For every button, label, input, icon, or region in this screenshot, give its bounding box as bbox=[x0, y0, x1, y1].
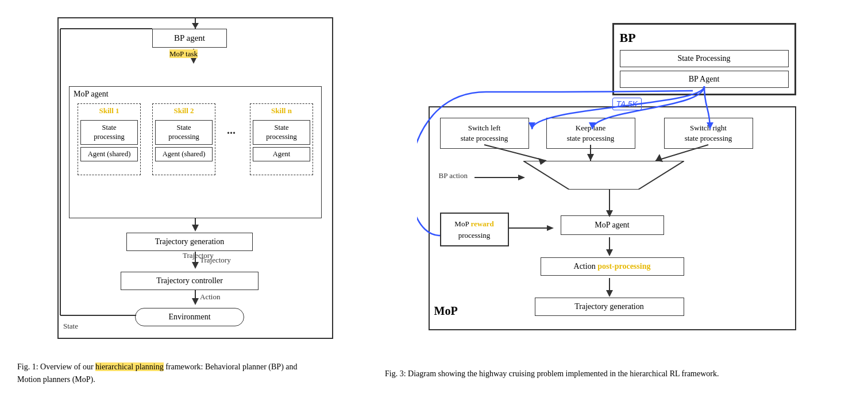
fig3-mop-agent-box: MoP agent bbox=[561, 215, 664, 235]
fig1-traj-ctrl-box: Trajectory controller bbox=[121, 272, 259, 290]
fig3-keep-lane-box: Keep lanestate processing bbox=[546, 118, 635, 149]
fig1-traj-gen-box: Trajectory generation bbox=[126, 233, 253, 251]
fig3-switch-right-box: Switch rightstate processing bbox=[664, 118, 753, 149]
fig1-state-proc-n: Stateprocessing bbox=[253, 120, 310, 145]
fig1-agent-n: Agent bbox=[253, 147, 310, 161]
fig1-arrow4 bbox=[190, 290, 201, 306]
fig1-skilln-box: Skill n Stateprocessing Agent bbox=[250, 103, 313, 175]
svg-marker-3 bbox=[192, 225, 199, 231]
fig3-mop-reward-box: MoP rewardprocessing bbox=[440, 213, 509, 246]
fig3-mop-label: MoP bbox=[434, 304, 458, 318]
fig1-bp-agent-box: BP agent bbox=[152, 29, 227, 48]
fig3-bp-agent-box: BP Agent bbox=[620, 71, 789, 88]
fig1-arrow3 bbox=[190, 252, 201, 270]
fig1-state-lbl: State bbox=[63, 322, 78, 331]
fig3-state-proc-box: State Processing bbox=[620, 50, 789, 67]
fig1-skill1-label: Skill 1 bbox=[78, 104, 140, 118]
svg-marker-5 bbox=[192, 262, 199, 269]
fig3-bp-label: BP bbox=[620, 30, 789, 45]
fig1-skill2-label: Skill 2 bbox=[153, 104, 215, 118]
fig1-skilln-label: Skill n bbox=[250, 104, 313, 118]
fig1-mop-task-label: MoP task bbox=[169, 49, 198, 59]
fig3-action-post-box: Action post-processing bbox=[541, 257, 684, 276]
fig1-mop-agent-label: MoP agent bbox=[74, 90, 109, 99]
fig1-action-lbl: Action bbox=[200, 292, 220, 302]
right-panel: BP State Processing BP Agent MoP TA 5K S… bbox=[379, 11, 857, 398]
fig1-agent-shared: Agent (shared) bbox=[80, 147, 138, 161]
fig3-traj-gen-box: Trajectory generation bbox=[535, 298, 684, 316]
fig3-switch-left-box: Switch leftstate processing bbox=[440, 118, 529, 149]
fig3-ta5k-label: TA 5K bbox=[612, 98, 642, 110]
fig1-traj-lbl: Trajectory bbox=[200, 256, 231, 265]
fig1-skill2-box: Skill 2 Stateprocessing Agent (shared) bbox=[152, 103, 215, 175]
fig1-state-proc-1: Stateprocessing bbox=[80, 120, 138, 145]
fig3-wrapper: BP State Processing BP Agent MoP TA 5K S… bbox=[417, 17, 819, 362]
fig1-agent-shared-2: Agent (shared) bbox=[155, 147, 213, 161]
fig1-skill1-box: Skill 1 Stateprocessing Agent (shared) bbox=[78, 103, 141, 175]
fig3-bp-action-label: BP action bbox=[439, 171, 468, 180]
fig1-arrow2 bbox=[190, 218, 201, 233]
fig3-caption: Fig. 3: Diagram showing the highway crui… bbox=[385, 368, 787, 380]
fig1-dots: ... bbox=[227, 124, 236, 137]
fig1-env-box: Environment bbox=[135, 308, 244, 326]
fig1-caption: Fig. 1: Overview of our hierarchical pla… bbox=[17, 361, 316, 387]
svg-marker-7 bbox=[192, 298, 199, 305]
left-panel: BP agent MoP task MoP agent Skill 1 Stat… bbox=[11, 11, 379, 398]
fig1-state-proc-2: Stateprocessing bbox=[155, 120, 213, 145]
fig3-bp-outer: BP State Processing BP Agent bbox=[612, 23, 796, 95]
